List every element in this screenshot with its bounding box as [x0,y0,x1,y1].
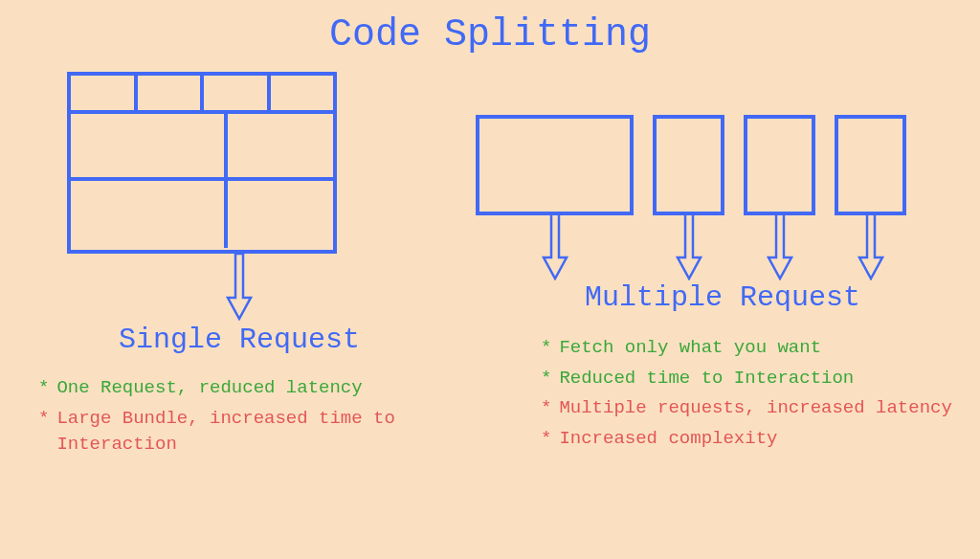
arrow-down-icon [675,213,703,276]
bundle-row [71,114,333,181]
con-point: * Large Bundle, increased time to Intera… [38,406,440,458]
asterisk: * [541,426,551,453]
arrow-down-icon [225,254,254,316]
chunk-item [476,115,634,276]
bundle-diagram [67,72,337,254]
chunk-box [744,115,815,215]
multiple-request-points: * Fetch only what you want * Reduced tim… [541,335,971,452]
arrow-down-icon [541,213,569,276]
multiple-request-column: Multiple Request * Fetch only what you w… [474,72,971,456]
chunk-box [653,115,724,215]
chunk-item [653,115,724,276]
pro-point: * Reduced time to Interaction [541,366,971,392]
point-text: Increased complexity [559,426,777,453]
chunk-item [835,115,906,276]
chunk-item [744,115,815,276]
point-text: Fetch only what you want [559,335,821,362]
asterisk: * [541,395,551,422]
bundle-row [71,181,333,248]
single-request-column: Single Request * One Request, reduced la… [38,72,440,462]
multiple-request-heading: Multiple Request [474,281,971,314]
asterisk: * [38,375,49,402]
point-text: One Request, reduced latency [56,375,362,402]
bundle-row [71,76,333,114]
chunk-box [476,115,634,215]
single-request-heading: Single Request [38,324,440,356]
pro-point: * One Request, reduced latency [38,375,440,402]
arrow-down-icon [857,213,885,276]
asterisk: * [541,335,551,362]
pro-point: * Fetch only what you want [541,335,971,362]
single-request-points: * One Request, reduced latency * Large B… [38,375,440,458]
con-point: * Increased complexity [541,426,971,453]
chunks-diagram [476,115,971,276]
point-text: Reduced time to Interaction [559,366,854,392]
point-text: Large Bundle, increased time to Interact… [56,406,440,458]
asterisk: * [541,366,551,392]
asterisk: * [38,406,49,458]
chunk-box [835,115,906,215]
page-title: Code Splitting [329,13,651,56]
con-point: * Multiple requests, increased latency [541,395,971,422]
arrow-down-icon [766,213,794,276]
point-text: Multiple requests, increased latency [559,395,951,422]
